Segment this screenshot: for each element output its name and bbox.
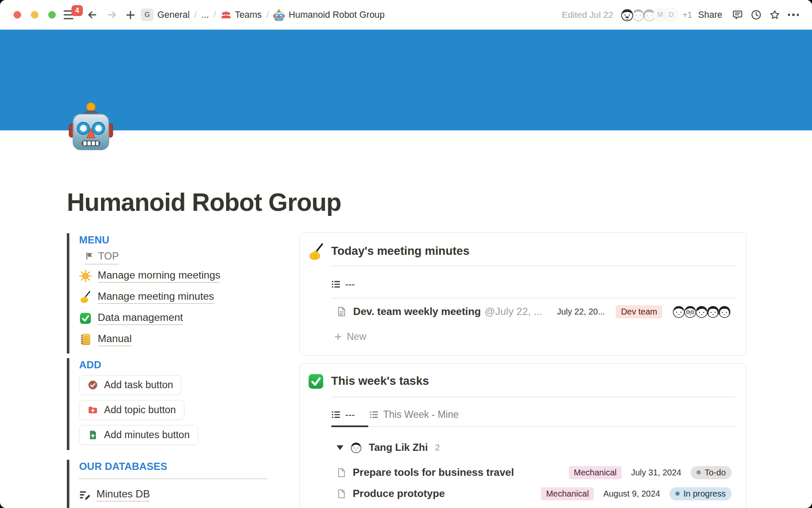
menu-link-label: Data management [98, 312, 183, 325]
arrow-left-icon [87, 9, 98, 20]
meeting-minutes-card: Today's meeting minutes --- Dev. team we… [299, 232, 746, 356]
top-link-label: TOP [98, 250, 119, 262]
add-task-button[interactable]: Add task button [79, 375, 181, 395]
page-icon [336, 467, 347, 478]
team-tag: Dev team [616, 305, 662, 318]
check-circle-icon [88, 380, 98, 390]
menu-link-manage-morning-meetings[interactable]: Manage morning meetings [79, 269, 267, 283]
database-link-label: Minutes DB [96, 488, 150, 502]
meeting-date-property: July 22, 20... [557, 307, 605, 317]
divider [331, 397, 735, 398]
add-heading: ADD [79, 359, 267, 371]
view-tab-label: --- [345, 409, 355, 420]
new-meeting-button-label: New [347, 331, 366, 342]
view-tab-default[interactable]: --- [331, 409, 355, 420]
breadcrumb-page-label: Humanoid Robot Group [288, 10, 384, 20]
writing-hand-emoji-icon [307, 243, 325, 261]
view-tabs: --- [331, 272, 735, 296]
last-edited-label: Edited Jul 22 [562, 10, 613, 20]
page-icon-robot[interactable] [69, 102, 113, 152]
check-mark-emoji-icon [79, 312, 92, 325]
meeting-row[interactable]: Dev. team weekly meeting @July 22, ... J… [300, 299, 746, 324]
face-avatar-icon [717, 304, 732, 319]
breadcrumb-current-page[interactable]: Humanoid Robot Group [272, 7, 385, 23]
plus-icon [334, 332, 343, 341]
status-badge: In progress [669, 487, 732, 500]
breadcrumb-collapsed[interactable]: ... [200, 8, 210, 22]
face-avatar-icon [620, 8, 634, 22]
divider [79, 478, 267, 479]
minimize-window-button[interactable] [31, 11, 38, 19]
weekly-tasks-card: This week's tasks --- This Week - Mine T… [299, 363, 746, 508]
bulleted-list-icon [331, 410, 341, 420]
status-label: In progress [683, 489, 726, 499]
view-tab-default[interactable]: --- [331, 279, 355, 290]
star-icon [769, 9, 780, 20]
arrow-right-icon [107, 9, 118, 20]
view-tab-this-week-mine[interactable]: This Week - Mine [369, 409, 459, 420]
more-collaborators-count[interactable]: +1 [683, 10, 692, 20]
plus-icon [125, 9, 136, 21]
robot-emoji-icon [69, 102, 113, 152]
folder-plus-icon [88, 405, 98, 415]
new-tab-button[interactable] [124, 9, 137, 21]
category-tag: Mechanical [541, 487, 594, 500]
bulleted-list-icon [369, 410, 379, 420]
workspace-chip: G [141, 8, 154, 21]
forward-button[interactable] [106, 9, 118, 21]
ledger-emoji-icon [79, 333, 92, 346]
breadcrumb-separator: / [214, 10, 216, 20]
more-options-button[interactable] [784, 6, 803, 23]
zoom-window-button[interactable] [48, 11, 56, 19]
updates-button[interactable] [747, 6, 765, 23]
face-avatar-icon [350, 441, 362, 454]
avatar[interactable] [620, 8, 634, 22]
collapse-caret-icon[interactable] [337, 445, 343, 450]
add-minutes-button[interactable]: Add minutes button [79, 425, 198, 445]
list-pencil-icon [79, 489, 91, 501]
group-count: 2 [435, 442, 440, 453]
breadcrumb-teams[interactable]: Teams [220, 8, 263, 22]
share-button[interactable]: Share [698, 10, 722, 20]
menu-heading: MENU [79, 234, 267, 246]
status-label: To-do [705, 468, 726, 478]
notion-window: 4 G General / ... / Teams / H [0, 0, 812, 508]
meeting-date-mention: @July 22, ... [485, 306, 543, 318]
sidebar-toggle-button[interactable]: 4 [63, 8, 78, 21]
meeting-title: Dev. team weekly meeting [353, 306, 481, 318]
titlebar-actions: Edited Jul 22 M D +1 Share [562, 0, 803, 30]
add-minutes-button-label: Add minutes button [104, 429, 190, 441]
document-icon [336, 306, 347, 317]
bulleted-list-icon [331, 279, 341, 289]
breadcrumb: G General / ... / Teams / Humanoid Robot… [140, 0, 386, 30]
avatar-initial[interactable]: D [664, 8, 678, 22]
breadcrumb-separator: / [195, 10, 197, 20]
notification-badge: 4 [71, 5, 83, 16]
add-topic-button[interactable]: Add topic button [79, 400, 184, 420]
top-link[interactable]: TOP [85, 250, 119, 265]
task-row[interactable]: Produce prototype Mechanical August 9, 2… [300, 483, 746, 504]
divider [331, 426, 735, 427]
category-tag: Mechanical [569, 466, 622, 479]
close-window-button[interactable] [14, 11, 21, 19]
clock-icon [751, 9, 762, 20]
collaborator-avatars: M D [620, 8, 678, 22]
menu-link-manage-meeting-minutes[interactable]: Manage meeting minutes [79, 290, 267, 304]
new-meeting-button[interactable]: New [334, 327, 366, 346]
task-title: Prepare tools for business travel [353, 467, 514, 478]
database-link-minutes-db[interactable]: Minutes DB [79, 488, 267, 502]
databases-heading: OUR DATABASES [79, 461, 267, 472]
task-row[interactable]: Prepare tools for business travel Mechan… [300, 462, 746, 483]
ellipsis-icon [788, 14, 790, 16]
favorite-button[interactable] [765, 6, 784, 23]
group-row-tang-lik-zhi[interactable]: Tang Lik Zhi 2 [300, 438, 746, 457]
comments-button[interactable] [728, 6, 747, 23]
view-tab-label: This Week - Mine [383, 409, 459, 420]
back-button[interactable] [86, 9, 99, 21]
menu-link-data-management[interactable]: Data management [79, 311, 267, 326]
status-dot-icon [697, 470, 701, 475]
task-properties: Mechanical July 31, 2024 To-do [569, 466, 732, 479]
breadcrumb-workspace[interactable]: G General [140, 7, 191, 23]
meeting-minutes-card-title: Today's meeting minutes [331, 244, 469, 258]
menu-link-manual[interactable]: Manual [79, 332, 267, 347]
